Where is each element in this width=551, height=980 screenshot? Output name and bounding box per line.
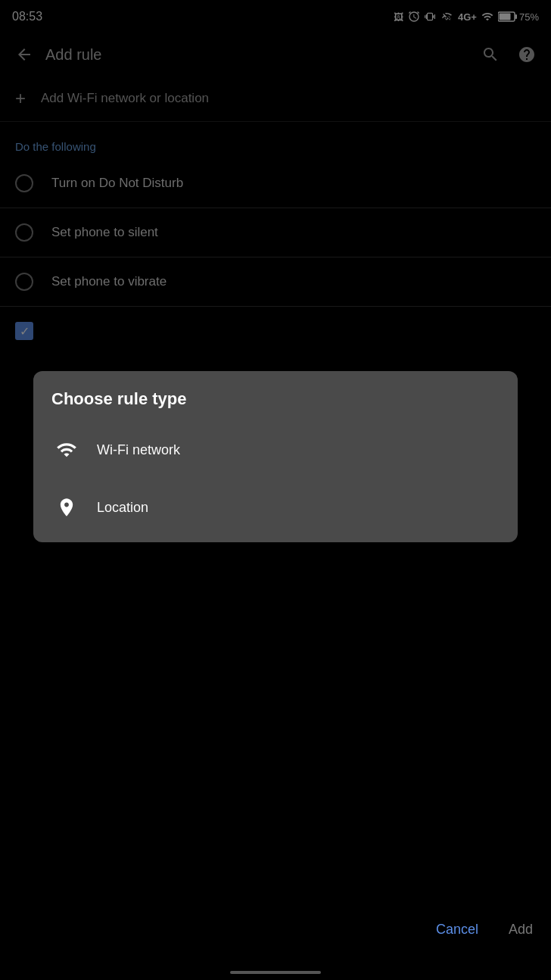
- add-button[interactable]: Add: [506, 916, 536, 944]
- location-option-label: Location: [97, 500, 148, 516]
- bottom-buttons: Cancel Add: [433, 916, 536, 944]
- wifi-option-icon: [51, 435, 82, 465]
- dialog-option-wifi[interactable]: Wi-Fi network: [33, 421, 518, 479]
- dialog-option-location[interactable]: Location: [33, 479, 518, 536]
- choose-rule-type-dialog: Choose rule type Wi-Fi network Location: [33, 371, 518, 542]
- nav-bar: [230, 971, 321, 974]
- cancel-button[interactable]: Cancel: [433, 916, 481, 944]
- location-option-icon: [51, 492, 82, 523]
- wifi-option-label: Wi-Fi network: [97, 442, 180, 458]
- dialog-title: Choose rule type: [33, 389, 518, 421]
